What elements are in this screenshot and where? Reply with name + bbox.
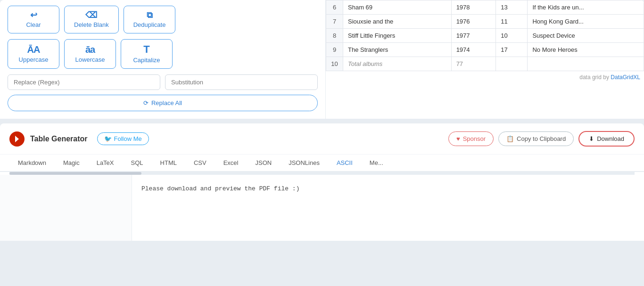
replace-all-icon: ⟳ <box>143 99 149 106</box>
sponsor-button[interactable]: ♥ Sponsor <box>448 131 494 146</box>
tab-ascii[interactable]: ASCII <box>328 155 361 172</box>
clear-label: Clear <box>26 21 41 28</box>
twitter-icon: 🐦 <box>104 135 112 142</box>
row-cell: 10 <box>496 29 528 43</box>
row-cell: Suspect Device <box>528 29 644 43</box>
table-generator-panel: Table Generator 🐦 Follow Me ♥ Sponsor 📋 … <box>0 123 644 241</box>
row-num: 7 <box>326 15 343 29</box>
tg-actions: ♥ Sponsor 📋 Copy to Clipboard ⬇ Download <box>448 131 635 147</box>
sponsor-label: Sponsor <box>463 135 486 142</box>
case-buttons-row: ĀA Uppercase āa Lowercase T Capitalize <box>8 39 318 69</box>
tab-csv[interactable]: CSV <box>185 155 215 172</box>
replace-all-button[interactable]: ⟳ Replace All <box>8 95 318 111</box>
datagridxl-link[interactable]: DataGridXL <box>611 74 640 81</box>
uppercase-button[interactable]: ĀA Uppercase <box>8 39 59 69</box>
clipboard-icon: 📋 <box>506 135 514 142</box>
follow-me-button[interactable]: 🐦 Follow Me <box>97 132 149 145</box>
row-cell: Hong Kong Gard... <box>528 15 644 29</box>
follow-label: Follow Me <box>114 135 142 142</box>
row-cell: The Stranglers <box>343 43 452 57</box>
row-cell <box>528 57 644 71</box>
tab-latex[interactable]: LaTeX <box>88 155 123 172</box>
capitalize-label: Capitalize <box>133 57 160 64</box>
row-cell: Siouxsie and the <box>343 15 452 29</box>
delete-blank-button[interactable]: ⌫ Delete Blank <box>64 6 119 33</box>
left-tools-panel: ↩ Clear ⌫ Delete Blank ⧉ Deduplicate ĀA … <box>0 0 325 119</box>
tg-preview: Please download and preview the PDF file… <box>132 175 644 241</box>
row-cell: Stiff Little Fingers <box>343 29 452 43</box>
capitalize-button[interactable]: T Capitalize <box>121 39 173 69</box>
separator <box>0 119 644 123</box>
tab-jsonlines[interactable]: JSONLines <box>280 155 328 172</box>
table-row: 7 Siouxsie and the 1976 11 Hong Kong Gar… <box>326 15 644 29</box>
clear-button[interactable]: ↩ Clear <box>8 6 59 33</box>
lowercase-label: Lowercase <box>75 56 105 63</box>
row-num: 8 <box>326 29 343 43</box>
tab-excel[interactable]: Excel <box>215 155 247 172</box>
copy-clipboard-button[interactable]: 📋 Copy to Clipboard <box>498 131 574 146</box>
row-cell: 17 <box>496 43 528 57</box>
row-cell: No More Heroes <box>528 43 644 57</box>
uppercase-label: Uppercase <box>19 56 49 63</box>
tg-content: Please download and preview the PDF file… <box>0 175 644 241</box>
replace-regex-input[interactable] <box>8 74 160 90</box>
row-cell: 11 <box>496 15 528 29</box>
row-cell: If the Kids are un... <box>528 0 644 15</box>
substitution-input[interactable] <box>165 74 318 90</box>
upper-section: ↩ Clear ⌫ Delete Blank ⧉ Deduplicate ĀA … <box>0 0 644 119</box>
svg-marker-0 <box>15 136 19 142</box>
top-buttons-row: ↩ Clear ⌫ Delete Blank ⧉ Deduplicate <box>8 6 318 33</box>
row-cell: 1978 <box>451 0 496 15</box>
capitalize-icon: T <box>143 44 149 55</box>
download-icon: ⬇ <box>589 135 594 142</box>
tg-logo <box>9 131 25 147</box>
tab-markdown[interactable]: Markdown <box>9 155 55 172</box>
table-row: 6 Sham 69 1978 13 If the Kids are un... <box>326 0 644 15</box>
pdf-icon <box>13 135 21 143</box>
row-cell: 1974 <box>451 43 496 57</box>
lowercase-button[interactable]: āa Lowercase <box>64 39 116 69</box>
replace-all-label: Replace All <box>151 99 182 106</box>
row-cell: 1976 <box>451 15 496 29</box>
data-grid-panel: 6 Sham 69 1978 13 If the Kids are un... … <box>325 0 644 119</box>
table-row: 10 Total albums 77 <box>326 57 644 71</box>
footer-text: data grid by <box>579 74 611 81</box>
lowercase-icon: āa <box>85 45 95 54</box>
tg-header: Table Generator 🐦 Follow Me ♥ Sponsor 📋 … <box>0 123 644 155</box>
download-label: Download <box>597 135 624 142</box>
delete-blank-label: Delete Blank <box>74 21 109 28</box>
table-row: 9 The Stranglers 1974 17 No More Heroes <box>326 43 644 57</box>
row-cell <box>496 57 528 71</box>
row-num: 9 <box>326 43 343 57</box>
heart-icon: ♥ <box>456 135 460 142</box>
page-wrapper: ↩ Clear ⌫ Delete Blank ⧉ Deduplicate ĀA … <box>0 0 644 286</box>
row-num: 6 <box>326 0 343 15</box>
clipboard-label: Copy to Clipboard <box>517 135 566 142</box>
tg-title: Table Generator <box>30 135 88 143</box>
deduplicate-button[interactable]: ⧉ Deduplicate <box>124 6 176 33</box>
row-cell: Total albums <box>343 57 452 71</box>
data-grid-table: 6 Sham 69 1978 13 If the Kids are un... … <box>326 0 644 71</box>
data-grid-footer: data grid by DataGridXL <box>326 71 644 82</box>
tg-tabs: Markdown Magic LaTeX SQL HTML CSV Excel … <box>0 155 644 172</box>
tab-me[interactable]: Me... <box>361 155 392 172</box>
clear-icon: ↩ <box>30 11 37 19</box>
uppercase-icon: ĀA <box>27 45 40 54</box>
deduplicate-icon: ⧉ <box>147 11 153 19</box>
delete-blank-icon: ⌫ <box>85 11 97 19</box>
tab-magic[interactable]: Magic <box>55 155 88 172</box>
deduplicate-label: Deduplicate <box>133 21 166 28</box>
replace-row <box>8 74 318 90</box>
row-num: 10 <box>326 57 343 71</box>
preview-text: Please download and preview the PDF file… <box>141 185 299 192</box>
table-row: 8 Stiff Little Fingers 1977 10 Suspect D… <box>326 29 644 43</box>
row-cell: 77 <box>451 57 496 71</box>
row-cell: 1977 <box>451 29 496 43</box>
tg-left-sidebar <box>0 175 132 241</box>
tab-html[interactable]: HTML <box>152 155 185 172</box>
row-cell: 13 <box>496 0 528 15</box>
tab-json[interactable]: JSON <box>247 155 280 172</box>
tab-sql[interactable]: SQL <box>123 155 152 172</box>
download-button[interactable]: ⬇ Download <box>578 131 635 147</box>
row-cell: Sham 69 <box>343 0 452 15</box>
